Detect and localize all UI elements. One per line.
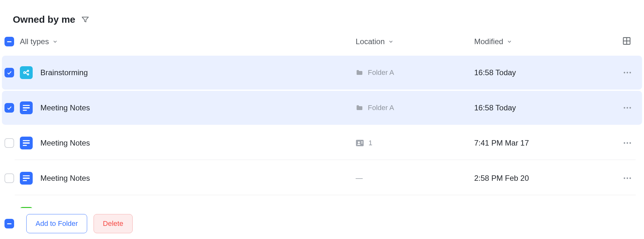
column-modified-label: Modified <box>474 37 503 46</box>
add-to-folder-button[interactable]: Add to Folder <box>26 214 87 232</box>
table-row[interactable]: Meeting Notes — 2:58 PM Feb 20 <box>2 161 642 195</box>
location-text: — <box>356 174 363 182</box>
row-more-button[interactable] <box>615 72 631 74</box>
table-row[interactable]: Brainstorming Folder A 16:58 Today <box>2 56 642 90</box>
row-checkbox[interactable] <box>4 103 14 113</box>
location-cell: 1 <box>356 139 474 147</box>
location-text: 1 <box>368 139 372 147</box>
modified-cell: 7:41 PM Mar 17 <box>474 139 615 147</box>
doc-file-icon <box>20 172 33 185</box>
svg-point-20 <box>630 142 631 144</box>
location-text: Folder A <box>368 68 394 77</box>
select-all-indeterminate[interactable] <box>4 37 14 46</box>
location-cell: Folder A <box>356 68 474 77</box>
file-list: Brainstorming Folder A 16:58 Today Meeti… <box>0 56 644 230</box>
bulk-select-indeterminate[interactable] <box>4 219 14 228</box>
minus-icon <box>7 41 12 42</box>
location-cell: — <box>356 174 474 182</box>
file-name: Meeting Notes <box>40 174 90 183</box>
table-row[interactable]: Meeting Notes Folder A 16:58 Today <box>2 91 642 125</box>
svg-rect-17 <box>361 143 363 143</box>
svg-point-10 <box>630 72 631 74</box>
filter-types-label: All types <box>20 37 49 46</box>
view-toggle[interactable] <box>615 36 631 47</box>
location-cell: Folder A <box>356 104 474 112</box>
folder-icon <box>356 104 363 112</box>
modified-cell: 16:58 Today <box>474 68 615 77</box>
svg-point-11 <box>624 107 625 109</box>
row-checkbox[interactable] <box>4 68 14 77</box>
row-more-button[interactable] <box>615 177 631 179</box>
row-more-button[interactable] <box>615 142 631 144</box>
location-text: Folder A <box>368 104 394 112</box>
folder-icon <box>356 69 363 76</box>
chevron-down-icon <box>52 39 58 44</box>
column-modified[interactable]: Modified <box>474 37 615 46</box>
row-more-button[interactable] <box>615 107 631 109</box>
svg-point-3 <box>24 72 26 74</box>
file-name: Brainstorming <box>40 68 88 77</box>
chevron-down-icon <box>507 39 512 44</box>
svg-point-8 <box>624 72 625 74</box>
doc-file-icon <box>20 137 33 149</box>
minus-icon <box>7 223 12 224</box>
svg-line-6 <box>25 71 27 73</box>
bulk-action-bar: Add to Folder Delete <box>0 208 644 232</box>
svg-point-12 <box>627 107 628 109</box>
svg-point-21 <box>624 178 625 179</box>
svg-rect-16 <box>361 141 363 142</box>
shared-people-icon <box>356 139 364 147</box>
svg-point-18 <box>624 142 625 144</box>
svg-point-9 <box>627 72 628 74</box>
file-name: Meeting Notes <box>40 103 90 112</box>
grid-view-icon <box>622 36 631 47</box>
delete-button[interactable]: Delete <box>94 214 133 232</box>
modified-cell: 2:58 PM Feb 20 <box>474 174 615 183</box>
svg-point-23 <box>630 178 631 179</box>
page-header: Owned by me <box>0 0 644 36</box>
column-location[interactable]: Location <box>356 37 474 46</box>
column-location-label: Location <box>356 37 385 46</box>
svg-point-13 <box>630 107 631 109</box>
svg-point-19 <box>627 142 628 144</box>
svg-point-15 <box>358 141 360 143</box>
file-name: Meeting Notes <box>40 139 90 147</box>
chevron-down-icon <box>388 39 394 44</box>
row-checkbox[interactable] <box>4 173 14 183</box>
doc-file-icon <box>20 101 33 114</box>
mind-file-icon <box>20 66 33 79</box>
columns-header: All types Location Modified <box>0 36 644 56</box>
svg-point-22 <box>627 178 628 179</box>
svg-point-4 <box>27 70 29 71</box>
svg-point-5 <box>27 74 29 75</box>
modified-cell: 16:58 Today <box>474 103 615 112</box>
row-checkbox[interactable] <box>4 138 14 148</box>
table-row[interactable]: Meeting Notes 1 7:41 PM Mar 17 <box>2 126 642 160</box>
filter-types-dropdown[interactable]: All types <box>20 37 58 46</box>
filter-icon[interactable] <box>81 15 89 24</box>
svg-line-7 <box>25 73 27 75</box>
page-title: Owned by me <box>13 14 75 25</box>
